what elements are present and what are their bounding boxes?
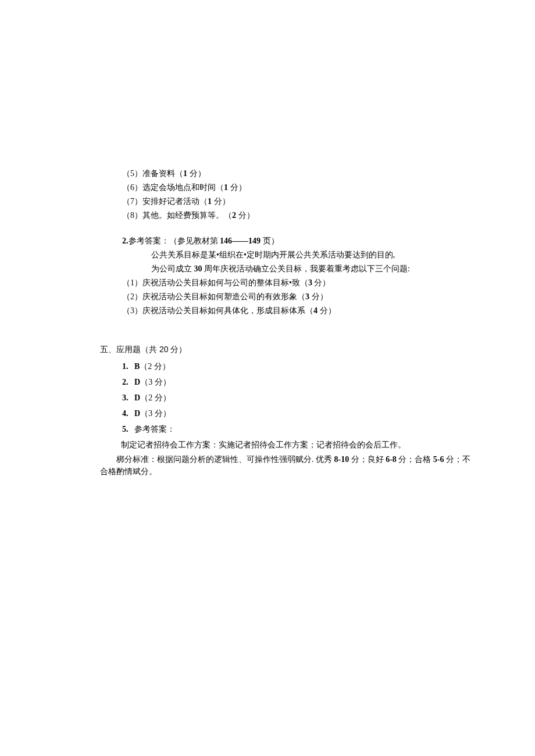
item-suffix: 分） (312, 278, 331, 287)
item-score: 1 (208, 197, 212, 206)
item-num: （7） (122, 197, 142, 206)
score-range: 8-10 (334, 455, 349, 464)
item-num: （2） (122, 292, 142, 301)
item-text: 准备资料（ (142, 169, 183, 178)
score-range: 6-8 (386, 455, 397, 464)
suffix: 页） (261, 237, 279, 245)
num: 2. (122, 237, 129, 245)
list-item: （8）其他。如经费预算等。（2 分） (100, 209, 477, 221)
list-item: （3）庆祝活动公关目标如何具体化，形成目标体系（4 分） (100, 304, 477, 317)
page-ref: 146——149 (220, 237, 261, 245)
text-mid: 分；良好 (349, 455, 386, 464)
item-num: （5） (122, 169, 142, 178)
text: 参考答案：（参见教材第 (129, 237, 220, 245)
list-item: （5）准备资料（1 分） (100, 167, 477, 180)
item-text: 庆祝活动公关目标如何具体化，形成目标体系（ (142, 306, 313, 315)
num: 2. (122, 378, 129, 386)
text-pre: 为公司成立 (151, 264, 194, 273)
letter: D (134, 409, 140, 418)
num: 1. (122, 362, 129, 371)
item-suffix: 分） (187, 169, 206, 178)
item-suffix: 分） (212, 197, 230, 206)
num: 3. (122, 393, 129, 402)
item-num: （3） (122, 306, 142, 315)
item-score: 2 (232, 211, 236, 220)
text: 制定记者招待会工作方案：实施记者招待会工作方案；记者招待会的会后工作。 (121, 440, 406, 449)
list-item: （2）庆祝活动公关目标如何塑造公司的有效形象（3 分） (100, 291, 477, 303)
num: 5. (122, 425, 129, 433)
list-item: （6）选定会场地点和时间（1 分） (100, 181, 477, 194)
text-pre: 梆分标准：根据问题分析的逻辑性、可操作性强弱赋分. 优秀 (116, 455, 334, 464)
letter: D (134, 393, 140, 402)
score: （2 分） (140, 362, 170, 371)
item-suffix: 分） (318, 306, 336, 315)
num: 30 (194, 264, 202, 273)
item-num: （6） (122, 183, 142, 192)
answer-text: 梆分标准：根据问题分析的逻辑性、可操作性强弱赋分. 优秀 8-10 分；良好 6… (100, 453, 477, 478)
paragraph-head: 2.参考答案：（参见教材第 146——149 页） (100, 235, 477, 247)
num: 4. (122, 409, 129, 418)
app-item: 4. D（3 分） (100, 407, 477, 420)
item-suffix: 分） (309, 292, 328, 301)
title-text: 五、应用题（共 20 分） (100, 345, 187, 354)
section-title: 五、应用题（共 20 分） (100, 343, 477, 356)
item-score: 3 (305, 292, 309, 301)
paragraph-line: 公共关系目标是某•组织在•定时期内开展公共关系活动要达到的目的, (100, 249, 477, 261)
item-score: 3 (308, 278, 312, 287)
score: （3 分） (140, 378, 171, 386)
app-item: 2. D（3 分） (100, 376, 477, 388)
text-mid: 分；合格 (397, 455, 433, 464)
item-text: 庆祝活动公关目标如何与公司的整体目标•致（ (142, 278, 308, 287)
text: 参考答案： (134, 425, 175, 433)
item-text: 选定会场地点和时间（ (142, 183, 224, 192)
item-text: 其他。如经费预算等。（ (142, 211, 232, 220)
app-item: 3. D（2 分） (100, 392, 477, 404)
answer-text: 制定记者招待会工作方案：实施记者招待会工作方案；记者招待会的会后工作。 (100, 439, 477, 451)
item-score: 1 (224, 183, 228, 192)
item-suffix: 分） (228, 183, 247, 192)
item-num: （8） (122, 211, 142, 220)
item-score: 1 (183, 169, 187, 178)
text-suf: 周年庆祝活动确立公关目标，我要着重考虑以下三个问题: (202, 264, 410, 273)
item-num: （1） (122, 278, 142, 287)
item-text: 安排好记者活动（ (142, 197, 208, 206)
app-item: 5. 参考答案： (100, 423, 477, 435)
score: （2 分） (140, 393, 171, 402)
paragraph-line: 为公司成立 30 周年庆祝活动确立公关目标，我要着重考虑以下三个问题: (100, 263, 477, 275)
letter: B (134, 362, 140, 371)
app-item: 1. B（2 分） (100, 360, 477, 372)
list-item: （7）安排好记者活动（1 分） (100, 195, 477, 207)
score-range: 5-6 (433, 455, 444, 464)
letter: D (134, 378, 140, 386)
item-suffix: 分） (236, 211, 255, 220)
item-score: 4 (313, 306, 318, 315)
list-item: （1）庆祝活动公关目标如何与公司的整体目标•致（3 分） (100, 277, 477, 289)
item-text: 庆祝活动公关目标如何塑造公司的有效形象（ (142, 292, 305, 301)
text: 公共关系目标是某•组织在•定时期内开展公共关系活动要达到的目的, (151, 250, 395, 259)
score: （3 分） (140, 409, 171, 418)
